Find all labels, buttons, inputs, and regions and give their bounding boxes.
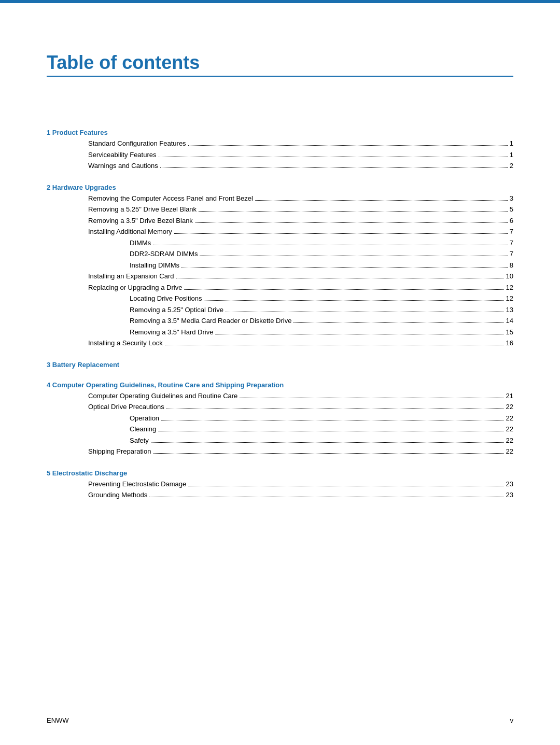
entry-text: Installing Additional Memory bbox=[88, 227, 172, 237]
entry-dots bbox=[255, 200, 508, 201]
entry-page-number: 1 bbox=[510, 150, 513, 160]
entry-text: Safety bbox=[130, 435, 149, 446]
entry-dots bbox=[161, 420, 503, 420]
toc-entry: Grounding Methods23 bbox=[47, 490, 513, 500]
entry-page-number: 22 bbox=[506, 402, 513, 412]
toc-entry: Installing a Security Lock16 bbox=[47, 338, 513, 348]
toc-entry: Shipping Preparation22 bbox=[47, 446, 513, 457]
toc-entries-ch5: Preventing Electrostatic Damage23Groundi… bbox=[47, 479, 513, 500]
toc-entry: Removing a 3.5" Media Card Reader or Dis… bbox=[47, 316, 513, 326]
entry-page-number: 1 bbox=[510, 138, 513, 149]
entry-page-number: 2 bbox=[510, 161, 513, 171]
entry-dots bbox=[181, 267, 508, 268]
entry-text: Removing a 5.25" Optical Drive bbox=[130, 305, 223, 315]
entry-text: Installing an Expansion Card bbox=[88, 271, 174, 282]
entry-dots bbox=[174, 233, 508, 234]
entry-dots bbox=[184, 289, 503, 290]
entry-dots bbox=[153, 245, 508, 245]
entry-page-number: 22 bbox=[506, 446, 513, 457]
toc-content: 1 Product FeaturesStandard Configuration… bbox=[47, 129, 513, 500]
entry-page-number: 22 bbox=[506, 424, 513, 434]
entry-text: Shipping Preparation bbox=[88, 446, 151, 457]
entry-text: Removing a 3.5" Media Card Reader or Dis… bbox=[130, 316, 291, 326]
toc-entry: Removing a 5.25" Optical Drive13 bbox=[47, 305, 513, 315]
entry-text: Optical Drive Precautions bbox=[88, 402, 164, 412]
entry-text: Preventing Electrostatic Damage bbox=[88, 479, 186, 489]
chapter-title-ch2: 2 Hardware Upgrades bbox=[47, 184, 513, 191]
entry-dots bbox=[149, 497, 503, 497]
entry-dots bbox=[160, 167, 508, 168]
chapter-section-ch1: 1 Product FeaturesStandard Configuration… bbox=[47, 129, 513, 171]
toc-entry: Removing a 3.5" Hard Drive15 bbox=[47, 327, 513, 338]
entry-text: Serviceability Features bbox=[88, 150, 157, 160]
entry-page-number: 23 bbox=[506, 479, 513, 489]
entry-page-number: 6 bbox=[510, 216, 513, 226]
toc-entry: Removing a 3.5" Drive Bezel Blank6 bbox=[47, 216, 513, 226]
toc-entry: Cleaning22 bbox=[47, 424, 513, 434]
entry-dots bbox=[195, 222, 508, 223]
toc-entry: Computer Operating Guidelines and Routin… bbox=[47, 391, 513, 401]
entry-text: DDR2-SDRAM DIMMs bbox=[130, 249, 198, 259]
chapter-title-ch3: 3 Battery Replacement bbox=[47, 361, 513, 369]
entry-text: Installing a Security Lock bbox=[88, 338, 163, 348]
entry-dots bbox=[215, 334, 503, 334]
entry-text: Warnings and Cautions bbox=[88, 161, 158, 171]
entry-dots bbox=[200, 256, 507, 256]
entry-page-number: 3 bbox=[510, 193, 513, 204]
toc-entry: Removing a 5.25" Drive Bezel Blank5 bbox=[47, 204, 513, 215]
entry-dots bbox=[153, 453, 503, 454]
entry-dots bbox=[240, 398, 503, 398]
footer-right: v bbox=[510, 716, 514, 724]
chapter-title-ch4: 4 Computer Operating Guidelines, Routine… bbox=[47, 381, 513, 389]
entry-page-number: 21 bbox=[506, 391, 513, 401]
entry-text: Removing a 5.25" Drive Bezel Blank bbox=[88, 204, 197, 215]
entry-text: Replacing or Upgrading a Drive bbox=[88, 283, 182, 293]
toc-entry: Safety22 bbox=[47, 435, 513, 446]
entry-dots bbox=[293, 322, 503, 323]
toc-entry: Removing the Computer Access Panel and F… bbox=[47, 193, 513, 204]
toc-entry: Standard Configuration Features1 bbox=[47, 138, 513, 149]
toc-entry: Locating Drive Positions12 bbox=[47, 293, 513, 304]
entry-text: Computer Operating Guidelines and Routin… bbox=[88, 391, 237, 401]
entry-dots bbox=[159, 157, 508, 157]
chapter-section-ch5: 5 Electrostatic DischargePreventing Elec… bbox=[47, 469, 513, 500]
entry-page-number: 22 bbox=[506, 413, 513, 424]
toc-entry: Replacing or Upgrading a Drive12 bbox=[47, 283, 513, 293]
entry-text: Cleaning bbox=[130, 424, 156, 434]
entry-page-number: 7 bbox=[510, 249, 513, 259]
entry-page-number: 12 bbox=[506, 293, 513, 304]
toc-entry: Installing Additional Memory7 bbox=[47, 227, 513, 237]
entry-dots bbox=[188, 145, 508, 146]
entry-text: Standard Configuration Features bbox=[88, 138, 186, 149]
toc-entry: DDR2-SDRAM DIMMs7 bbox=[47, 249, 513, 259]
top-border bbox=[0, 0, 560, 3]
entry-dots bbox=[166, 409, 504, 409]
entry-page-number: 7 bbox=[510, 227, 513, 237]
entry-dots bbox=[199, 211, 508, 212]
entry-page-number: 16 bbox=[506, 338, 513, 348]
chapter-section-ch2: 2 Hardware UpgradesRemoving the Computer… bbox=[47, 184, 513, 348]
chapter-section-ch3: 3 Battery Replacement bbox=[47, 361, 513, 369]
entry-text: Operation bbox=[130, 413, 159, 424]
entry-page-number: 13 bbox=[506, 305, 513, 315]
toc-entry: Operation22 bbox=[47, 413, 513, 424]
entry-page-number: 10 bbox=[506, 271, 513, 282]
entry-text: Removing the Computer Access Panel and F… bbox=[88, 193, 253, 204]
entry-text: Grounding Methods bbox=[88, 490, 147, 500]
entry-text: Installing DIMMs bbox=[130, 260, 179, 271]
entry-page-number: 15 bbox=[506, 327, 513, 338]
toc-entries-ch4: Computer Operating Guidelines and Routin… bbox=[47, 391, 513, 457]
entry-page-number: 5 bbox=[510, 204, 513, 215]
toc-entry: Serviceability Features1 bbox=[47, 150, 513, 160]
chapter-title-ch5: 5 Electrostatic Discharge bbox=[47, 469, 513, 477]
entry-dots bbox=[165, 345, 504, 345]
entry-dots bbox=[188, 486, 503, 486]
entry-text: Removing a 3.5" Hard Drive bbox=[130, 327, 213, 338]
toc-entries-ch1: Standard Configuration Features1Servicea… bbox=[47, 138, 513, 171]
entry-dots bbox=[204, 300, 503, 301]
entry-dots bbox=[151, 442, 504, 443]
toc-entry: Warnings and Cautions2 bbox=[47, 161, 513, 171]
toc-entries-ch2: Removing the Computer Access Panel and F… bbox=[47, 193, 513, 348]
footer-left: ENWW bbox=[47, 716, 69, 724]
chapter-title-ch1: 1 Product Features bbox=[47, 129, 513, 136]
